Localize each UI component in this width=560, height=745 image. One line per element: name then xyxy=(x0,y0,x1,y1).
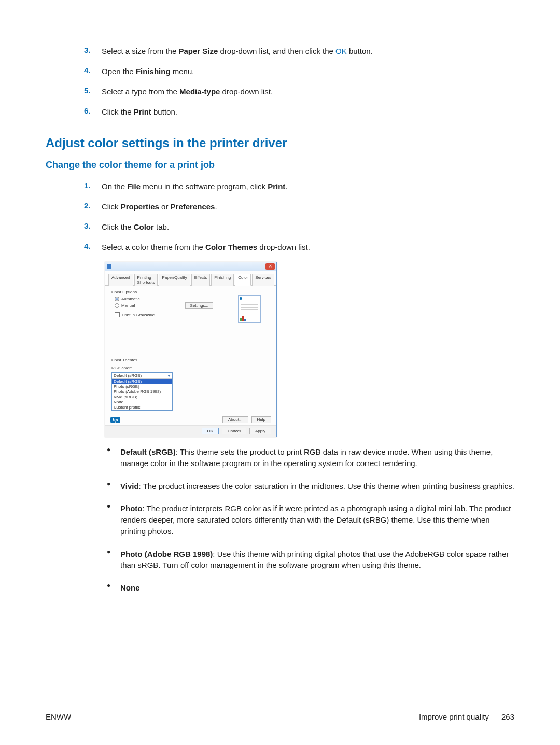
top-steps: 3.Select a size from the Paper Size drop… xyxy=(84,46,514,117)
radio-icon xyxy=(115,303,119,308)
about-button[interactable]: About... xyxy=(222,416,248,423)
theme-item: ●Photo: The product interprets RGB color… xyxy=(107,503,514,537)
chevron-down-icon xyxy=(167,375,171,377)
tab-color[interactable]: Color xyxy=(235,274,251,286)
select-current-value: Default (sRGB) xyxy=(114,373,142,378)
ok-button[interactable]: OK xyxy=(202,428,219,434)
dialog-window: ✕ AdvancedPrinting ShortcutsPaper/Qualit… xyxy=(105,262,277,437)
step-number: 4. xyxy=(84,242,102,252)
tab-finishing[interactable]: Finishing xyxy=(211,274,234,286)
step-number: 6. xyxy=(84,106,102,117)
page-footer: ENWW Improve print quality 263 xyxy=(46,712,514,721)
grayscale-label: Print in Grayscale xyxy=(122,313,155,317)
theme-item: ●Default (sRGB): This theme sets the pro… xyxy=(107,446,514,469)
bullet-icon: ● xyxy=(107,503,120,537)
step: 1.On the File menu in the software progr… xyxy=(84,181,514,192)
step: 3.Click the Color tab. xyxy=(84,221,514,232)
theme-description: None xyxy=(120,582,514,594)
step: 3.Select a size from the Paper Size drop… xyxy=(84,46,514,57)
tab-services[interactable]: Services xyxy=(252,274,274,286)
settings-button[interactable]: Settings... xyxy=(185,302,213,309)
footer-section-name: Improve print quality xyxy=(419,712,489,721)
preview-letter: E xyxy=(240,297,242,300)
step-text: On the File menu in the software program… xyxy=(102,181,514,192)
bullet-icon: ● xyxy=(107,446,120,469)
close-icon[interactable]: ✕ xyxy=(265,263,275,270)
step-number: 2. xyxy=(84,201,102,212)
automatic-label: Automatic xyxy=(121,297,140,301)
color-options-label: Color Options xyxy=(111,290,270,294)
step-number: 4. xyxy=(84,66,102,77)
section-heading: Adjust color settings in the printer dri… xyxy=(46,136,514,150)
cancel-button[interactable]: Cancel xyxy=(222,428,246,434)
dialog-tabs: AdvancedPrinting ShortcutsPaper/QualityE… xyxy=(105,271,276,286)
manual-label: Manual xyxy=(121,303,135,308)
step-text: Select a size from the Paper Size drop-d… xyxy=(102,46,514,57)
theme-item: ●Vivid: The product increases the color … xyxy=(107,481,514,492)
inline-link[interactable]: OK xyxy=(335,47,347,55)
select-options-list: Default (sRGB)Photo (sRGB)Photo (Adobe R… xyxy=(112,378,172,410)
step-text: Click the Color tab. xyxy=(102,221,514,232)
footer-page-number: 263 xyxy=(501,712,514,721)
color-themes-select[interactable]: Default (sRGB) Default (sRGB)Photo (sRGB… xyxy=(111,372,173,411)
bullet-icon: ● xyxy=(107,549,120,571)
theme-item: ●Photo (Adobe RGB 1998): Use this theme … xyxy=(107,549,514,571)
bullet-icon: ● xyxy=(107,481,120,492)
bars-icon xyxy=(240,316,246,321)
bullet-icon: ● xyxy=(107,582,120,594)
rgb-color-label: RGB color: xyxy=(111,366,270,370)
title-bar: ✕ xyxy=(105,262,276,271)
subsection-heading: Change the color theme for a print job xyxy=(46,160,514,171)
step: 5.Select a type from the Media-type drop… xyxy=(84,86,514,97)
checkbox-icon xyxy=(115,312,120,317)
select-option[interactable]: Default (sRGB) xyxy=(112,379,172,384)
step-number: 3. xyxy=(84,46,102,57)
step: 6.Click the Print button. xyxy=(84,106,514,117)
color-themes-label: Color Themes xyxy=(111,358,270,362)
theme-item: ●None xyxy=(107,582,514,594)
color-themes-description-list: ●Default (sRGB): This theme sets the pro… xyxy=(107,446,514,594)
step-text: Click Properties or Preferences. xyxy=(102,201,514,212)
tab-effects[interactable]: Effects xyxy=(191,274,210,286)
tab-advanced[interactable]: Advanced xyxy=(108,274,133,286)
select-option[interactable]: Vivid (sRGB) xyxy=(112,395,172,400)
hp-logo: hp xyxy=(110,417,120,423)
page-preview: E xyxy=(238,295,261,323)
select-option[interactable]: Photo (Adobe RGB 1998) xyxy=(112,389,172,395)
select-option[interactable]: Photo (sRGB) xyxy=(112,384,172,389)
apply-button[interactable]: Apply xyxy=(249,428,271,434)
step: 4.Open the Finishing menu. xyxy=(84,66,514,77)
printer-driver-dialog-figure: ✕ AdvancedPrinting ShortcutsPaper/Qualit… xyxy=(105,262,514,437)
sub-steps: 1.On the File menu in the software progr… xyxy=(84,181,514,252)
step-text: Click the Print button. xyxy=(102,106,514,117)
step-text: Select a type from the Media-type drop-d… xyxy=(102,86,514,97)
tab-paper-quality[interactable]: Paper/Quality xyxy=(159,274,190,286)
select-option[interactable]: Custom profile xyxy=(112,405,172,410)
step-number: 5. xyxy=(84,86,102,97)
step-text: Open the Finishing menu. xyxy=(102,66,514,77)
theme-description: Photo: The product interprets RGB color … xyxy=(120,503,514,537)
radio-selected-icon xyxy=(115,297,119,301)
step-text: Select a color theme from the Color Them… xyxy=(102,242,514,252)
theme-description: Photo (Adobe RGB 1998): Use this theme w… xyxy=(120,549,514,571)
printer-icon xyxy=(107,264,111,269)
theme-description: Vivid: The product increases the color s… xyxy=(120,481,514,492)
footer-left: ENWW xyxy=(46,712,71,721)
step-number: 3. xyxy=(84,221,102,232)
step: 4.Select a color theme from the Color Th… xyxy=(84,242,514,252)
help-button[interactable]: Help xyxy=(251,416,271,423)
step-number: 1. xyxy=(84,181,102,192)
theme-description: Default (sRGB): This theme sets the prod… xyxy=(120,446,514,469)
step: 2.Click Properties or Preferences. xyxy=(84,201,514,212)
tab-printing-shortcuts[interactable]: Printing Shortcuts xyxy=(134,274,158,286)
select-option[interactable]: None xyxy=(112,400,172,405)
